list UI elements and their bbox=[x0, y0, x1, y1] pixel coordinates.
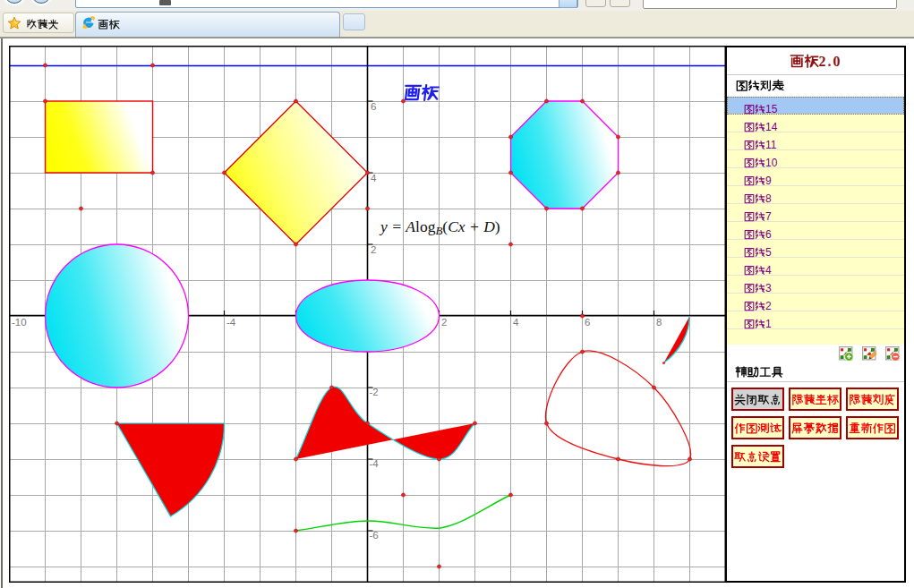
svg-text:-4: -4 bbox=[226, 317, 236, 328]
svg-text:2: 2 bbox=[441, 317, 447, 328]
svg-text:2: 2 bbox=[371, 244, 376, 255]
svg-text:4: 4 bbox=[371, 173, 377, 183]
svg-text:-2: -2 bbox=[370, 387, 379, 397]
svg-text:-10: -10 bbox=[12, 317, 27, 328]
svg-text:6: 6 bbox=[371, 101, 376, 112]
svg-text:4: 4 bbox=[513, 317, 519, 328]
svg-text:-6: -6 bbox=[370, 530, 379, 541]
svg-text:8: 8 bbox=[656, 317, 662, 328]
svg-text:-4: -4 bbox=[370, 458, 380, 469]
svg-text:6: 6 bbox=[585, 317, 590, 328]
